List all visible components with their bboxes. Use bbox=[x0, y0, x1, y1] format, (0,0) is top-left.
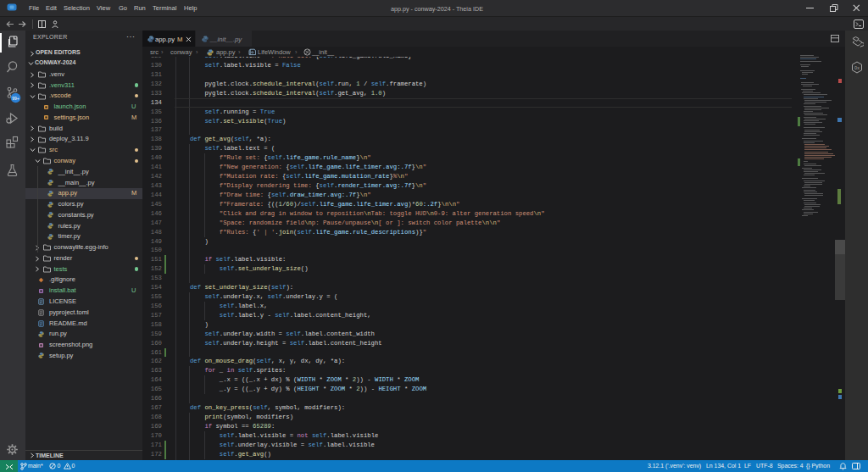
svg-text:99+: 99+ bbox=[12, 96, 19, 101]
svg-text:0x: 0x bbox=[854, 65, 860, 70]
